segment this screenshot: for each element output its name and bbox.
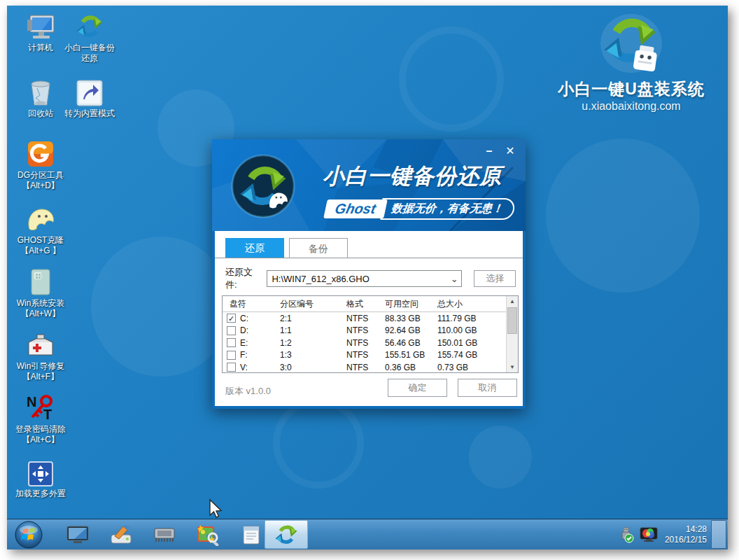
table-row[interactable]: V:3:0NTFS0.36 GB0.73 GB	[223, 361, 506, 374]
desktop-icon-label: 小白一键备份 还原	[56, 43, 123, 64]
version-label: 版本 v1.0.0	[225, 385, 271, 398]
tab-backup[interactable]: 备份	[289, 238, 348, 258]
desktop-background: 计算机 小白一键备份 还原 回收站 转为内置模式 DG分区工具 【Alt+D】	[7, 6, 728, 519]
checkbox-unchecked[interactable]	[227, 363, 236, 372]
table-body: ✓C:2:1NTFS88.33 GB111.79 GBD:1:1NTFS92.6…	[223, 312, 506, 372]
cell-partition: 1:3	[280, 350, 346, 360]
select-file-button[interactable]: 选择	[474, 270, 516, 287]
internal-mode-icon	[56, 77, 123, 106]
brand-url: u.xiaobaixitong.com	[554, 100, 708, 113]
table-row[interactable]: F:1:3NTFS155.51 GB155.74 GB	[223, 349, 506, 362]
desktop-icon-label: DG分区工具 【Alt+D】	[7, 170, 74, 191]
taskbar-clock[interactable]: 14:28 2016/12/15	[665, 524, 707, 545]
tab-separator	[215, 258, 523, 258]
table-row[interactable]: E:1:2NTFS56.46 GB150.01 GB	[223, 337, 506, 349]
chevron-down-icon[interactable]: ⌄	[447, 274, 461, 284]
dg-partition-icon	[7, 139, 74, 168]
mouse-cursor	[207, 498, 223, 519]
restore-file-combobox[interactable]: H:\WIN7_612_x86.GHO ⌄	[267, 270, 462, 287]
dialog-badges: Ghost 数据无价，有备无患！	[325, 198, 514, 220]
scroll-down-icon[interactable]: ▼	[507, 362, 518, 372]
desktop-icon-win-boot-repair[interactable]: Win引导修复 【Alt+F】	[7, 330, 74, 382]
column-header[interactable]: 可用空间	[385, 298, 437, 310]
taskbar-paint-tool[interactable]	[190, 519, 225, 550]
cell-free: 88.33 GB	[385, 314, 437, 323]
taskbar-disk-cleanup-tool[interactable]	[104, 519, 139, 550]
desktop-icon-load-more[interactable]: 加载更多外置	[7, 457, 74, 499]
svg-text:T: T	[43, 407, 52, 422]
backup-restore-icon	[274, 523, 298, 547]
desktop-icon-label: 登录密码清除 【Alt+C】	[7, 424, 74, 445]
drive-letter: V:	[240, 363, 248, 372]
scroll-up-icon[interactable]: ▲	[507, 296, 518, 307]
minimize-button[interactable]: –	[481, 143, 498, 160]
cell-free: 155.51 GB	[385, 350, 437, 360]
bokeh-circle	[399, 27, 504, 132]
taskbar-notepad-tool[interactable]	[234, 519, 269, 550]
desktop-icon-label: 转为内置模式	[56, 108, 123, 119]
windows-start-icon	[15, 521, 43, 549]
desktop-icon-ghost-clone[interactable]: GHOST克隆 【Alt+G 】	[7, 204, 74, 256]
win-install-icon	[7, 267, 74, 296]
close-button[interactable]: ✕	[502, 143, 519, 160]
drive-letter: E:	[240, 338, 248, 348]
win-boot-repair-icon	[7, 330, 74, 359]
taskbar-memory-tool[interactable]	[147, 519, 182, 550]
svg-text:N: N	[27, 394, 36, 410]
taskbar-active-app-backup-restore[interactable]	[265, 520, 308, 549]
brand-title: 小白一键U盘装系统	[554, 78, 708, 100]
bokeh-circle	[469, 426, 532, 489]
load-more-icon	[7, 457, 74, 486]
scrollbar-thumb[interactable]	[507, 307, 517, 334]
clock-time: 14:28	[665, 524, 707, 535]
desktop-icon-dg-partition[interactable]: DG分区工具 【Alt+D】	[7, 139, 74, 191]
checkbox-checked[interactable]: ✓	[227, 314, 236, 323]
system-tray: 14:28 2016/12/15	[617, 519, 707, 550]
screen: 计算机 小白一键备份 还原 回收站 转为内置模式 DG分区工具 【Alt+D】	[7, 6, 728, 550]
start-button[interactable]	[11, 519, 46, 550]
display-color-tray-icon[interactable]	[640, 526, 658, 543]
cell-total: 0.73 GB	[437, 363, 499, 372]
password-clear-icon: NT	[7, 393, 74, 422]
desktop-icon-label: Win系统安装 【Alt+W】	[7, 298, 74, 319]
cell-format: NTFS	[346, 363, 385, 372]
disk-cleanup-icon	[109, 524, 133, 546]
desktop-icon-label: Win引导修复 【Alt+F】	[7, 361, 74, 382]
desktop-icon-backup-restore[interactable]: 小白一键备份 还原	[56, 11, 123, 64]
restore-file-label: 还原文件:	[225, 266, 264, 291]
cell-format: NTFS	[346, 314, 385, 323]
desktop-icon-label: GHOST克隆 【Alt+G 】	[7, 235, 74, 256]
brand-logo-icon	[599, 13, 663, 74]
cell-total: 155.74 GB	[437, 350, 499, 360]
checkbox-unchecked[interactable]	[227, 326, 236, 335]
column-header[interactable]: 总大小	[437, 298, 499, 310]
column-header[interactable]: 格式	[346, 298, 385, 310]
notepad-icon	[241, 524, 261, 545]
cell-partition: 2:1	[280, 314, 346, 323]
display-icon	[66, 526, 89, 544]
dialog-body: 还原 备份 还原文件: H:\WIN7_612_x86.GHO ⌄ 选择 盘符分…	[215, 231, 523, 406]
taskbar-display-tool[interactable]	[60, 519, 95, 550]
desktop-icon-internal-mode[interactable]: 转为内置模式	[56, 77, 123, 119]
desktop-icon-win-install[interactable]: Win系统安装 【Alt+W】	[7, 267, 74, 319]
checkbox-unchecked[interactable]	[227, 338, 236, 347]
show-desktop-button[interactable]	[711, 520, 726, 549]
cell-total: 111.79 GB	[437, 314, 499, 323]
table-row[interactable]: ✓C:2:1NTFS88.33 GB111.79 GB	[223, 312, 506, 325]
column-header[interactable]: 盘符	[223, 298, 280, 310]
dialog-slogan: 数据无价，有备无患！	[380, 198, 515, 220]
tab-restore[interactable]: 还原	[225, 238, 284, 258]
vertical-scrollbar[interactable]: ▲ ▼	[506, 296, 518, 372]
ghost-badge: Ghost	[323, 200, 388, 218]
column-header[interactable]: 分区编号	[280, 298, 346, 310]
cancel-button[interactable]: 取消	[458, 379, 517, 397]
cell-format: NTFS	[346, 350, 385, 360]
table-row[interactable]: D:1:1NTFS92.64 GB110.00 GB	[223, 325, 506, 337]
usb-tray-icon[interactable]	[617, 526, 634, 543]
bokeh-circle	[91, 237, 231, 377]
desktop-icon-password-clear[interactable]: NT 登录密码清除 【Alt+C】	[7, 393, 74, 445]
table-header-row: 盘符分区编号格式可用空间总大小	[223, 296, 518, 312]
bokeh-circle	[546, 139, 700, 293]
checkbox-unchecked[interactable]	[227, 351, 236, 360]
ok-button[interactable]: 确定	[388, 379, 447, 397]
